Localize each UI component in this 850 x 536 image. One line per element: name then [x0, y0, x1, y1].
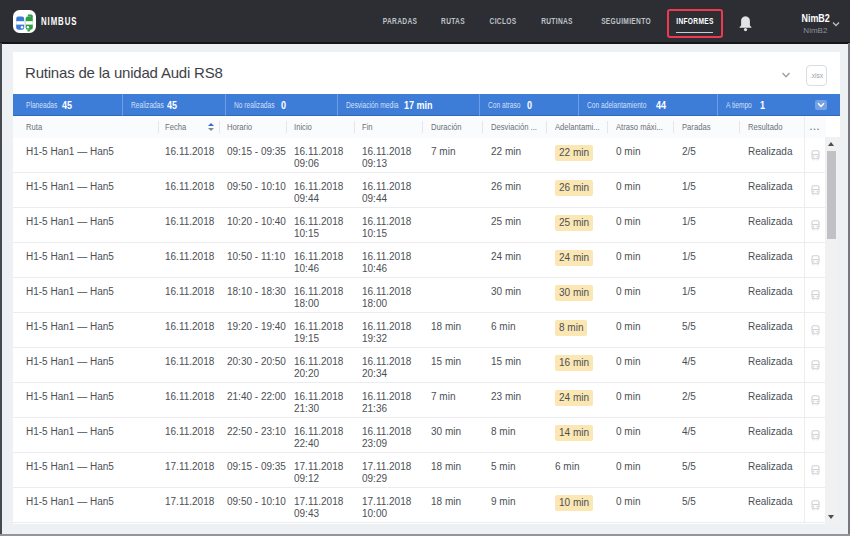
cell-atraso: 0 min	[607, 348, 673, 382]
inicio-date: 16.11.2018	[294, 321, 343, 332]
cell-inicio: 16.11.201819:15	[286, 313, 354, 347]
nav-item-seguimiento[interactable]: SEGUIMIENTO	[594, 16, 658, 26]
row-export-button[interactable]	[804, 383, 826, 417]
summary-segment: No realizadas 0	[225, 94, 337, 116]
cell-fin: 17.11.201809:29	[354, 453, 422, 487]
row-export-button[interactable]	[804, 173, 826, 207]
cell-horario: 22:50 - 23:10	[219, 418, 286, 452]
fin-date: 16.11.2018	[362, 286, 411, 297]
row-export-button[interactable]	[804, 418, 826, 452]
cell-desviacion: 30 min	[482, 278, 546, 312]
cell-horario: 10:50 - 11:10	[219, 243, 286, 277]
export-xlsx-button[interactable]: .xlsx	[806, 65, 827, 86]
topbar: NIMBUS PARADASRUTASCICLOSRUTINASSEGUIMIE…	[0, 0, 850, 44]
cell-duracion: 18 min	[422, 488, 482, 522]
column-header-adelantamiento[interactable]: Adelantami...	[546, 116, 607, 138]
row-export-button[interactable]	[804, 313, 826, 347]
fin-time: 23:09	[362, 438, 422, 450]
column-header-atraso[interactable]: Atraso máxi...	[607, 116, 673, 138]
cell-fin: 16.11.201809:13	[354, 138, 422, 172]
column-separator	[804, 173, 805, 207]
scroll-up-arrow-icon[interactable]	[828, 142, 834, 146]
table-row[interactable]: H1-5 Han1 — Han5 16.11.2018 10:50 - 11:1…	[13, 243, 826, 278]
row-export-icon	[810, 290, 821, 301]
scrollbar-thumb[interactable]	[827, 151, 836, 239]
report-collapse-chevron-down-icon[interactable]	[781, 71, 791, 79]
summary-segment: Con adelantamiento 44	[578, 94, 717, 116]
row-export-button[interactable]	[804, 208, 826, 242]
scroll-down-arrow-icon[interactable]	[828, 515, 834, 519]
nav-item-paradas[interactable]: PARADAS	[377, 16, 421, 26]
table-row[interactable]: H1-5 Han1 — Han5 17.11.2018 09:15 - 09:3…	[13, 453, 826, 488]
row-export-button[interactable]	[804, 243, 826, 277]
cell-atraso: 0 min	[607, 313, 673, 347]
table-row[interactable]: H1-5 Han1 — Han5 16.11.2018 18:10 - 18:3…	[13, 278, 826, 313]
table-row[interactable]: H1-5 Han1 — Han5 16.11.2018 10:20 - 10:4…	[13, 208, 826, 243]
nav-item-ciclos[interactable]: CICLOS	[486, 16, 521, 26]
user-menu[interactable]: NimB2 NimB2	[799, 12, 832, 35]
table-row[interactable]: H1-5 Han1 — Han5 16.11.2018 09:15 - 09:3…	[13, 138, 826, 173]
column-header-fecha[interactable]: Fecha	[158, 116, 219, 138]
cell-fecha: 16.11.2018	[158, 243, 219, 277]
row-export-button[interactable]	[804, 488, 826, 522]
summary-toggle-button[interactable]	[815, 100, 827, 110]
row-export-button[interactable]	[804, 348, 826, 382]
notifications-bell-icon[interactable]	[739, 15, 752, 32]
column-header-fin[interactable]: Fin	[354, 116, 422, 138]
vertical-scrollbar[interactable]	[825, 137, 838, 524]
table-row[interactable]: H1-5 Han1 — Han5 17.11.2018 09:50 - 10:1…	[13, 488, 826, 523]
column-separator	[804, 348, 805, 382]
column-separator	[804, 138, 805, 172]
inicio-date: 16.11.2018	[294, 426, 343, 437]
column-header-inicio[interactable]: Inicio	[286, 116, 354, 138]
table-row[interactable]: H1-5 Han1 — Han5 16.11.2018 20:30 - 20:5…	[13, 348, 826, 383]
column-header-label: Atraso máxi...	[616, 122, 663, 132]
nav-item-rutas[interactable]: RUTAS	[438, 16, 469, 26]
summary-label: Realizadas	[131, 100, 164, 110]
cell-paradas: 5/5	[673, 453, 739, 487]
cell-fin: 16.11.201810:15	[354, 208, 422, 242]
nav-item-informes[interactable]: INFORMES	[670, 16, 718, 26]
cell-ruta: H1-5 Han1 — Han5	[13, 138, 158, 172]
cell-desviacion: 23 min	[482, 383, 546, 417]
cell-horario: 09:50 - 10:10	[219, 173, 286, 207]
cell-ruta: H1-5 Han1 — Han5	[13, 313, 158, 347]
cell-duracion: 15 min	[422, 348, 482, 382]
cell-resultado: Realizada	[739, 243, 804, 277]
cell-inicio: 16.11.201820:20	[286, 348, 354, 382]
row-export-button[interactable]	[804, 453, 826, 487]
cell-fecha: 16.11.2018	[158, 313, 219, 347]
column-header-horario[interactable]: Horario	[219, 116, 286, 138]
user-menu-chevron-down-icon[interactable]	[832, 20, 840, 28]
cell-duracion: 18 min	[422, 313, 482, 347]
column-header-label: Ruta	[26, 122, 42, 132]
cell-fecha: 16.11.2018	[158, 138, 219, 172]
table-row[interactable]: H1-5 Han1 — Han5 16.11.2018 22:50 - 23:1…	[13, 418, 826, 453]
column-header-duracion[interactable]: Duración	[422, 116, 482, 138]
cell-adelantamiento: 6 min	[546, 453, 607, 487]
fin-date: 16.11.2018	[362, 181, 411, 192]
table-row[interactable]: H1-5 Han1 — Han5 16.11.2018 09:50 - 10:1…	[13, 173, 826, 208]
table-row[interactable]: H1-5 Han1 — Han5 16.11.2018 19:20 - 19:4…	[13, 313, 826, 348]
column-header-ruta[interactable]: Ruta	[13, 116, 158, 138]
column-header-paradas[interactable]: Paradas	[673, 116, 739, 138]
adelantamiento-value: 8 min	[555, 320, 587, 336]
cell-desviacion: 26 min	[482, 173, 546, 207]
user-name: NimB2	[801, 12, 829, 24]
nav-item-rutinas[interactable]: RUTINAS	[536, 16, 577, 26]
sort-icon[interactable]	[208, 123, 214, 131]
cell-paradas: 5/5	[673, 488, 739, 522]
column-header-desviacion[interactable]: Desviación ...	[482, 116, 546, 138]
cell-resultado: Realizada	[739, 348, 804, 382]
summary-value: 44	[656, 99, 666, 111]
table-row[interactable]: H1-5 Han1 — Han5 16.11.2018 21:40 - 22:0…	[13, 383, 826, 418]
cell-paradas: 4/5	[673, 418, 739, 452]
column-header-resultado[interactable]: Resultado	[739, 116, 804, 138]
column-header-actions[interactable]: ...	[804, 116, 826, 138]
row-export-icon	[810, 220, 821, 231]
summary-value: 0	[527, 99, 532, 111]
summary-label: A tiempo	[726, 100, 752, 110]
nav-item-label: CICLOS	[490, 16, 517, 26]
row-export-button[interactable]	[804, 138, 826, 172]
row-export-button[interactable]	[804, 278, 826, 312]
